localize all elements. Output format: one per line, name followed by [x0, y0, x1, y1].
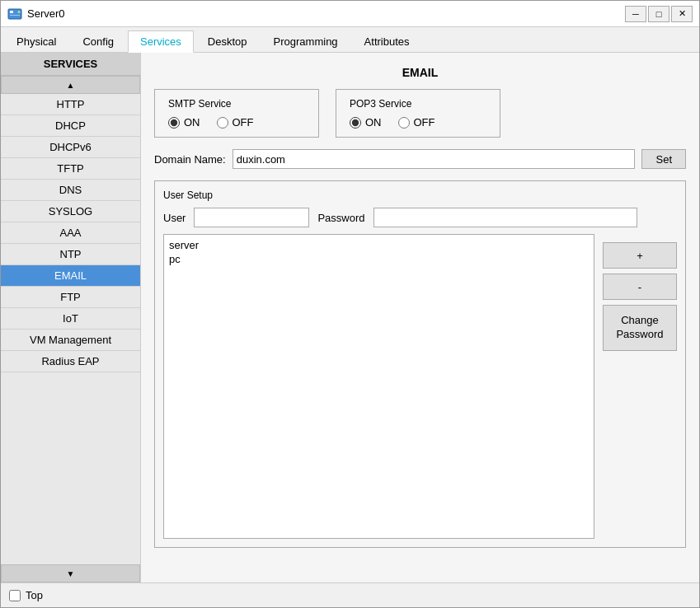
sidebar-item-email[interactable]: EMAIL: [1, 265, 140, 287]
content-area: EMAIL SMTP Service ON OFF: [141, 53, 699, 582]
add-user-button[interactable]: +: [603, 242, 677, 269]
list-buttons: + - Change Password: [603, 234, 677, 539]
pop3-service-box: POP3 Service ON OFF: [336, 89, 500, 138]
title-bar: Server0 ─ □ ✕: [1, 1, 699, 27]
tab-bar: Physical Config Services Desktop Program…: [1, 27, 699, 53]
remove-user-button[interactable]: -: [603, 274, 677, 300]
sidebar-header: SERVICES: [1, 53, 140, 76]
svg-point-3: [18, 11, 21, 13]
svg-rect-1: [10, 11, 13, 13]
pop3-off-label[interactable]: OFF: [398, 116, 435, 129]
tab-config[interactable]: Config: [70, 30, 126, 52]
smtp-label: SMTP Service: [168, 98, 305, 110]
main-content: SERVICES ▲ HTTP DHCP DHCPv6 TFTP DNS SYS…: [1, 53, 699, 582]
smtp-radio-group: ON OFF: [168, 116, 305, 129]
sidebar-item-http[interactable]: HTTP: [1, 94, 140, 115]
email-section-title: EMAIL: [154, 66, 686, 79]
user-list-area: server pc + - Change Password: [163, 234, 677, 539]
sidebar-scroll-down[interactable]: ▼: [1, 564, 140, 582]
user-setup-box: User Setup User Password server pc + -: [154, 180, 686, 548]
svg-rect-2: [10, 15, 20, 16]
title-bar-controls: ─ □ ✕: [625, 6, 693, 22]
user-list-item-server[interactable]: server: [167, 238, 590, 252]
pop3-label: POP3 Service: [350, 98, 486, 110]
pop3-on-label[interactable]: ON: [350, 116, 382, 129]
tab-physical[interactable]: Physical: [4, 30, 68, 52]
tab-attributes[interactable]: Attributes: [352, 30, 422, 52]
sidebar-item-dhcp[interactable]: DHCP: [1, 115, 140, 137]
sidebar-item-ftp[interactable]: FTP: [1, 287, 140, 308]
sidebar-item-aaa[interactable]: AAA: [1, 222, 140, 244]
bottom-bar: Top: [1, 582, 699, 607]
domain-name-label: Domain Name:: [154, 153, 226, 166]
sidebar-item-ntp[interactable]: NTP: [1, 244, 140, 265]
sidebar-item-dns[interactable]: DNS: [1, 180, 140, 201]
smtp-on-label[interactable]: ON: [168, 116, 200, 129]
pop3-on-radio[interactable]: [350, 117, 361, 129]
user-setup-legend: User Setup: [163, 189, 677, 201]
sidebar-item-dhcpv6[interactable]: DHCPv6: [1, 137, 140, 158]
smtp-on-radio[interactable]: [168, 117, 180, 129]
app-window: Server0 ─ □ ✕ Physical Config Services D…: [0, 0, 700, 608]
sidebar: SERVICES ▲ HTTP DHCP DHCPv6 TFTP DNS SYS…: [1, 53, 141, 582]
change-password-button[interactable]: Change Password: [603, 305, 677, 351]
password-label: Password: [317, 212, 364, 224]
domain-row: Domain Name: Set: [154, 149, 686, 169]
minimize-button[interactable]: ─: [625, 6, 646, 22]
sidebar-item-tftp[interactable]: TFTP: [1, 158, 140, 180]
title-bar-left: Server0: [7, 7, 65, 21]
password-input[interactable]: [373, 208, 637, 227]
domain-name-input[interactable]: [233, 149, 636, 169]
smtp-service-box: SMTP Service ON OFF: [154, 89, 319, 138]
tab-programming[interactable]: Programming: [261, 30, 350, 52]
set-button[interactable]: Set: [641, 149, 686, 169]
tab-desktop[interactable]: Desktop: [195, 30, 260, 52]
top-label: Top: [26, 589, 43, 601]
sidebar-scroll: HTTP DHCP DHCPv6 TFTP DNS SYSLOG AAA NTP…: [1, 94, 140, 564]
window-title: Server0: [27, 7, 65, 20]
tab-services[interactable]: Services: [128, 30, 194, 53]
sidebar-item-vm-management[interactable]: VM Management: [1, 330, 140, 351]
user-input-row: User Password: [163, 208, 677, 227]
sidebar-item-radius-eap[interactable]: Radius EAP: [1, 351, 140, 372]
close-button[interactable]: ✕: [671, 6, 693, 22]
pop3-radio-group: ON OFF: [350, 116, 486, 129]
pop3-off-radio[interactable]: [398, 117, 410, 129]
services-row: SMTP Service ON OFF POP3 Service: [154, 89, 686, 138]
maximize-button[interactable]: □: [648, 6, 669, 22]
svg-rect-0: [8, 9, 21, 19]
smtp-off-label[interactable]: OFF: [217, 116, 254, 129]
user-input[interactable]: [194, 208, 309, 227]
sidebar-item-syslog[interactable]: SYSLOG: [1, 201, 140, 222]
user-list[interactable]: server pc: [163, 234, 594, 539]
user-list-item-pc[interactable]: pc: [167, 252, 590, 266]
smtp-off-radio[interactable]: [217, 117, 228, 129]
sidebar-item-iot[interactable]: IoT: [1, 308, 140, 330]
user-label: User: [163, 212, 186, 224]
sidebar-scroll-up[interactable]: ▲: [1, 76, 140, 94]
app-icon: [7, 7, 22, 21]
top-checkbox[interactable]: [9, 590, 21, 601]
